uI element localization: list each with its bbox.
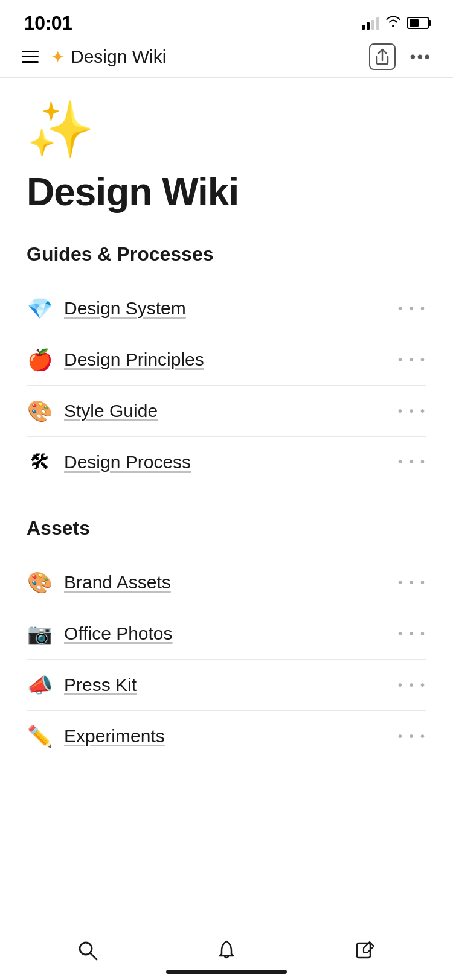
experiments-icon: ✏️ (27, 724, 53, 748)
style-guide-icon: 🎨 (27, 399, 53, 423)
page-hero: ✨ Design Wiki (27, 102, 426, 213)
section-divider-assets (27, 552, 426, 552)
office-photos-icon: 📷 (27, 622, 53, 646)
list-item-design-system[interactable]: 💎 Design System • • • (27, 283, 426, 334)
office-photos-label: Office Photos (64, 623, 173, 644)
section-assets: Assets 🎨 Brand Assets • • • 📷 Office Pho… (27, 517, 426, 762)
list-item-left: 🎨 Style Guide (27, 399, 158, 423)
search-icon (77, 940, 98, 961)
press-kit-more-icon[interactable]: • • • (398, 678, 426, 692)
list-item-left: 📷 Office Photos (27, 622, 173, 646)
share-button[interactable] (369, 43, 396, 70)
search-tab[interactable] (63, 932, 112, 969)
battery-icon (407, 17, 429, 29)
more-button[interactable]: ••• (410, 47, 431, 66)
nav-left: ✦ Design Wiki (22, 46, 166, 67)
wifi-icon (385, 15, 401, 31)
press-kit-icon: 📣 (27, 673, 53, 697)
nav-title-wrap: ✦ Design Wiki (51, 46, 166, 67)
bell-icon (216, 940, 237, 961)
section-heading-guides: Guides & Processes (27, 243, 426, 266)
style-guide-more-icon[interactable]: • • • (398, 404, 426, 418)
experiments-label: Experiments (64, 726, 165, 746)
status-time: 10:01 (24, 12, 72, 34)
design-system-label: Design System (64, 298, 186, 319)
list-item-press-kit[interactable]: 📣 Press Kit • • • (27, 660, 426, 711)
design-system-more-icon[interactable]: • • • (398, 302, 426, 316)
list-item-left: 🍎 Design Principles (27, 348, 204, 372)
section-divider-guides (27, 278, 426, 278)
section-guides: Guides & Processes 💎 Design System • • •… (27, 243, 426, 487)
status-icons (362, 15, 429, 31)
section-heading-assets: Assets (27, 517, 426, 539)
list-item-brand-assets[interactable]: 🎨 Brand Assets • • • (27, 557, 426, 608)
hamburger-icon[interactable] (22, 51, 39, 63)
nav-title: Design Wiki (71, 46, 166, 67)
list-item-experiments[interactable]: ✏️ Experiments • • • (27, 711, 426, 762)
list-item-style-guide[interactable]: 🎨 Style Guide • • • (27, 386, 426, 437)
design-principles-more-icon[interactable]: • • • (398, 353, 426, 367)
experiments-more-icon[interactable]: • • • (398, 730, 426, 743)
list-item-left: 🎨 Brand Assets (27, 570, 171, 594)
compose-tab[interactable] (341, 932, 390, 969)
signal-icon (362, 16, 379, 30)
notifications-tab[interactable] (202, 932, 251, 969)
style-guide-label: Style Guide (64, 401, 158, 421)
home-indicator (166, 970, 287, 974)
design-principles-label: Design Principles (64, 349, 204, 370)
hero-sparkles-icon: ✨ (27, 102, 426, 156)
list-item-design-principles[interactable]: 🍎 Design Principles • • • (27, 334, 426, 386)
nav-bar: ✦ Design Wiki ••• (0, 36, 453, 78)
design-system-icon: 💎 (27, 296, 53, 320)
list-item-left: 💎 Design System (27, 296, 186, 320)
design-principles-icon: 🍎 (27, 348, 53, 372)
brand-assets-label: Brand Assets (64, 572, 171, 593)
design-process-icon: 🛠 (27, 450, 53, 474)
status-bar: 10:01 (0, 0, 453, 36)
compose-icon (355, 940, 376, 961)
list-item-office-photos[interactable]: 📷 Office Photos • • • (27, 608, 426, 660)
nav-sparkle-icon: ✦ (51, 47, 65, 67)
list-item-left: 📣 Press Kit (27, 673, 137, 697)
brand-assets-icon: 🎨 (27, 570, 53, 594)
main-content: ✨ Design Wiki Guides & Processes 💎 Desig… (0, 78, 453, 786)
design-process-label: Design Process (64, 452, 191, 472)
office-photos-more-icon[interactable]: • • • (398, 627, 426, 641)
svg-line-1 (91, 953, 97, 959)
list-item-left: ✏️ Experiments (27, 724, 165, 748)
press-kit-label: Press Kit (64, 675, 137, 695)
design-process-more-icon[interactable]: • • • (398, 455, 426, 469)
list-item-design-process[interactable]: 🛠 Design Process • • • (27, 437, 426, 487)
list-item-left: 🛠 Design Process (27, 450, 191, 474)
nav-right: ••• (369, 43, 431, 70)
brand-assets-more-icon[interactable]: • • • (398, 576, 426, 590)
page-title: Design Wiki (27, 171, 426, 213)
